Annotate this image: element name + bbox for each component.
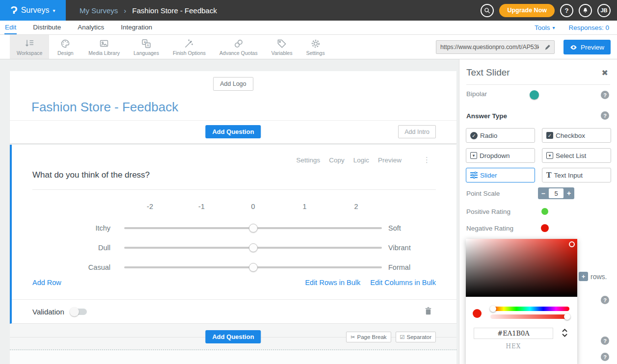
positive-rating-label: Positive Rating bbox=[466, 208, 510, 215]
tools-dropdown[interactable]: Tools ▾ bbox=[535, 24, 555, 31]
answer-type-help-button[interactable]: ? bbox=[601, 111, 609, 120]
negative-rating-label: Negative Rating bbox=[466, 225, 513, 232]
answer-type-label-text: Select List bbox=[556, 152, 586, 159]
slider-handle[interactable] bbox=[249, 224, 258, 233]
bipolar-help-button[interactable]: ? bbox=[601, 91, 609, 99]
preview-label: Preview bbox=[581, 44, 604, 51]
tab-distribute[interactable]: Distribute bbox=[32, 21, 61, 34]
breadcrumb-my-surveys[interactable]: My Surveys bbox=[80, 6, 118, 15]
positive-rating-color-swatch[interactable] bbox=[541, 208, 548, 215]
answer-type-checkbox[interactable]: ✓ Checkbox bbox=[542, 128, 611, 143]
toolbar-item-advance-quotas[interactable]: Advance Quotas bbox=[213, 35, 265, 59]
help-button[interactable]: ? bbox=[601, 337, 609, 345]
toolbar-item-label: Languages bbox=[134, 50, 159, 56]
hue-slider[interactable] bbox=[490, 307, 569, 311]
point-scale-stepper: – 5 + bbox=[538, 187, 574, 199]
product-switcher[interactable]: Ɂ Surveys ▾ bbox=[0, 0, 66, 21]
survey-title[interactable]: Fashion Store - Feedback bbox=[31, 100, 178, 115]
alpha-handle[interactable] bbox=[564, 313, 570, 320]
add-question-button[interactable]: Add Question bbox=[205, 125, 261, 138]
add-rows-button[interactable]: + bbox=[579, 272, 588, 281]
pencil-icon bbox=[544, 44, 551, 51]
separator-button[interactable]: ☑ Separator bbox=[396, 332, 436, 342]
answer-type-select-list[interactable]: ▾ Select List bbox=[542, 148, 611, 163]
question-logic-link[interactable]: Logic bbox=[353, 156, 369, 164]
add-intro-button[interactable]: Add Intro bbox=[398, 125, 436, 138]
row-left-label[interactable]: Dull bbox=[12, 244, 124, 252]
toolbar-item-finish-options[interactable]: Finish Options bbox=[166, 35, 213, 59]
delete-question-button[interactable] bbox=[425, 307, 432, 317]
slider-track[interactable] bbox=[124, 218, 382, 238]
notifications-button[interactable] bbox=[579, 4, 592, 17]
point-scale-value[interactable]: 5 bbox=[549, 188, 563, 198]
edit-url-button[interactable] bbox=[541, 44, 554, 51]
help-button[interactable]: ? bbox=[601, 353, 609, 361]
answer-type-radio[interactable]: ✓ Radio bbox=[466, 128, 535, 143]
current-color-swatch bbox=[473, 309, 482, 318]
alpha-slider[interactable] bbox=[490, 314, 569, 319]
question-copy-link[interactable]: Copy bbox=[329, 156, 345, 164]
answer-type-text-input[interactable]: T Text Input bbox=[542, 168, 611, 182]
answer-type-label-text: Checkbox bbox=[556, 132, 585, 139]
negative-rating-color-swatch[interactable] bbox=[541, 224, 549, 232]
page-break-button[interactable]: ✂ Page Break bbox=[346, 332, 391, 342]
increment-button[interactable]: + bbox=[563, 187, 574, 199]
slider-handle[interactable] bbox=[249, 243, 258, 252]
toolbar-item-settings[interactable]: Settings bbox=[299, 35, 332, 59]
hex-input[interactable] bbox=[474, 328, 553, 339]
question-settings-link[interactable]: Settings bbox=[296, 156, 320, 164]
avatar[interactable]: JB bbox=[597, 4, 611, 17]
tab-edit[interactable]: Edit bbox=[4, 21, 17, 34]
question-text[interactable]: What do you think of the dress? bbox=[32, 170, 150, 180]
chevron-down-icon[interactable] bbox=[562, 334, 567, 337]
answer-type-dropdown[interactable]: ▾ Dropdown bbox=[466, 148, 535, 163]
upgrade-now-button[interactable]: Upgrade Now bbox=[499, 4, 555, 17]
row-left-label[interactable]: Itchy bbox=[12, 224, 124, 232]
saturation-selector[interactable] bbox=[569, 241, 575, 247]
responses-count[interactable]: Responses: 0 bbox=[568, 24, 609, 31]
slider-handle[interactable] bbox=[249, 263, 258, 272]
more-vertical-icon[interactable]: ⋮ bbox=[423, 156, 431, 164]
saturation-area[interactable] bbox=[466, 239, 577, 297]
question-preview-link[interactable]: Preview bbox=[378, 156, 402, 164]
edit-columns-bulk-link[interactable]: Edit Columns in Bulk bbox=[370, 279, 436, 286]
preview-button[interactable]: Preview bbox=[563, 40, 611, 54]
toolbar-item-design[interactable]: Design bbox=[49, 35, 81, 59]
toolbar-item-workspace[interactable]: Workspace bbox=[10, 35, 49, 59]
tab-integration[interactable]: Integration bbox=[120, 21, 153, 34]
toolbar-item-media-library[interactable]: Media Library bbox=[81, 35, 127, 59]
add-logo-button[interactable]: Add Logo bbox=[213, 77, 253, 91]
survey-canvas: Add Logo Fashion Store - Feedback Add Qu… bbox=[10, 71, 456, 364]
chevron-up-icon[interactable] bbox=[562, 329, 567, 332]
help-icon: ? bbox=[603, 338, 607, 344]
slider-scale-labels: -2 -1 0 1 2 bbox=[124, 203, 382, 210]
help-button[interactable]: ? bbox=[601, 296, 609, 304]
eye-icon bbox=[570, 44, 577, 51]
tab-analytics[interactable]: Analytics bbox=[77, 21, 105, 34]
edit-rows-bulk-link[interactable]: Edit Rows in Bulk bbox=[305, 279, 360, 286]
slider-track[interactable] bbox=[124, 258, 382, 277]
answer-type-label: Answer Type bbox=[466, 112, 507, 120]
hue-handle[interactable] bbox=[490, 306, 496, 312]
panel-title: Text Slider bbox=[466, 67, 510, 78]
row-right-label[interactable]: Vibrant bbox=[382, 244, 411, 252]
decrement-button[interactable]: – bbox=[538, 187, 549, 199]
validation-toggle[interactable] bbox=[71, 309, 87, 315]
close-icon[interactable]: ✖ bbox=[602, 68, 608, 78]
validation-label: Validation bbox=[32, 308, 64, 316]
bell-icon bbox=[582, 7, 589, 14]
slider-track[interactable] bbox=[124, 238, 382, 258]
toolbar-item-languages[interactable]: ★A Languages bbox=[127, 35, 166, 59]
answer-type-slider[interactable]: Slider bbox=[466, 168, 535, 182]
row-left-label[interactable]: Casual bbox=[12, 263, 124, 271]
add-question-button-bottom[interactable]: Add Question bbox=[205, 330, 261, 343]
questionpro-logo-icon: Ɂ bbox=[10, 5, 17, 16]
toolbar-item-variables[interactable]: Variables bbox=[265, 35, 299, 59]
survey-url-input[interactable] bbox=[436, 44, 541, 51]
answer-type-label-text: Dropdown bbox=[480, 152, 510, 159]
add-row-link[interactable]: Add Row bbox=[32, 279, 61, 286]
help-button[interactable]: ? bbox=[560, 4, 573, 17]
row-right-label[interactable]: Soft bbox=[382, 224, 401, 232]
search-button[interactable] bbox=[481, 4, 494, 17]
row-right-label[interactable]: Formal bbox=[382, 263, 410, 271]
